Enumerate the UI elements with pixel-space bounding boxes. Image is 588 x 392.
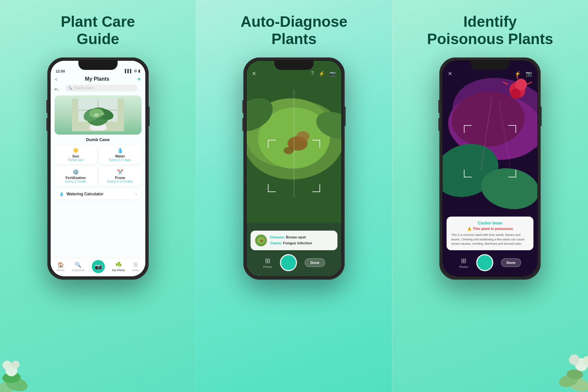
- nav-home-label: Home: [57, 269, 65, 272]
- camera-switch-icon[interactable]: 📷: [330, 71, 336, 77]
- watering-calculator[interactable]: 💧 Watering Calculator ›: [55, 188, 141, 200]
- nav-more[interactable]: ☰ More: [132, 262, 139, 272]
- flash-icon-right[interactable]: ⚡: [514, 71, 521, 77]
- camera-icon-right[interactable]: 📷: [526, 71, 532, 77]
- fert-icon: ⚙️: [58, 169, 94, 175]
- phone-middle: ✕ ? ⚡ 📷: [243, 57, 345, 280]
- shutter-button[interactable]: [280, 254, 297, 271]
- phone-middle-screen: ✕ ? ⚡ 📷: [247, 61, 341, 276]
- home-icon: 🏠: [57, 262, 64, 268]
- flower-decor-right: [549, 342, 588, 392]
- poison-top-bar: ✕ ⚡ 📷: [443, 71, 537, 77]
- volume-button-2: [46, 118, 48, 131]
- side-button: [148, 106, 150, 126]
- plant-svg: [72, 99, 124, 131]
- svg-point-48: [575, 358, 588, 371]
- more-icon: ☰: [133, 262, 138, 268]
- poison-bg-svg: [443, 61, 537, 229]
- status-time: 12:00: [56, 69, 65, 73]
- panel-left-title: Plant Care Guide: [61, 13, 135, 48]
- care-fert-title: Fertilization: [58, 176, 94, 180]
- camera-bottom-bar: ⊞ Photos Done: [247, 254, 341, 271]
- svg-point-50: [583, 356, 588, 365]
- svg-point-23: [297, 131, 310, 141]
- watering-label: Watering Calculator: [67, 192, 104, 196]
- volume-button-m2: [242, 118, 244, 131]
- photos-button-right[interactable]: ⊞ Photos: [459, 257, 468, 269]
- camera-bg: [247, 61, 341, 222]
- svg-point-49: [569, 354, 580, 365]
- photos-icon-right: ⊞: [459, 257, 468, 265]
- care-sun-title: Sun: [58, 154, 94, 158]
- care-prune-title: Prune: [102, 176, 138, 180]
- flash-icon[interactable]: ⚡: [318, 71, 325, 77]
- done-button-right[interactable]: Done: [501, 258, 521, 267]
- diagnose-icon: 🔍: [75, 262, 81, 268]
- notch-right: [470, 61, 510, 70]
- poison-screen: ✕ ⚡ 📷 Castor bean ⚠️ This plant is poiso…: [443, 61, 537, 276]
- done-button[interactable]: Done: [305, 258, 325, 267]
- svg-point-36: [515, 79, 527, 90]
- plant-card-image: [55, 95, 141, 135]
- care-grid: ☀️ Sun Partial sun 💧 Water Every 5-7 day…: [55, 145, 141, 186]
- svg-point-45: [565, 374, 588, 392]
- plants-header-title: My Plants: [85, 76, 109, 82]
- care-prune: ✂️ Prune Every 2-3 months: [99, 166, 141, 186]
- camera-icon: 📷: [95, 263, 102, 270]
- search-placeholder: Search plants: [74, 86, 94, 90]
- nav-diagnose[interactable]: 🔍 Diagnose: [72, 262, 84, 272]
- panel-middle-title: Auto-Diagnose Plants: [240, 13, 347, 48]
- disease-line1: Disease: Brown spot: [270, 235, 312, 240]
- plants-screen: 12:00 ▌▌▌ ⊙ ▮ ‹ My Plants + ≡↓ 🔍: [51, 61, 145, 276]
- camera-button[interactable]: 📷: [92, 260, 105, 273]
- camera-top-bar: ✕ ? ⚡ 📷: [247, 71, 341, 77]
- panel-left: Plant Care Guide 12:00 ▌▌▌ ⊙ ▮ ‹ My Plan…: [0, 0, 196, 392]
- care-water-title: Water: [102, 154, 138, 158]
- care-water: 💧 Water Every 5-7 days: [99, 145, 141, 164]
- nav-home[interactable]: 🏠 Home: [57, 262, 65, 272]
- search-bar[interactable]: 🔍 Search plants: [65, 85, 138, 91]
- panel-right-title: Identify Poisonous Plants: [427, 13, 553, 48]
- nav-camera-btn[interactable]: 📷: [92, 260, 105, 273]
- bottom-nav-left: 🏠 Home 🔍 Diagnose 📷 ☘️ My Plant: [51, 258, 145, 276]
- care-sun: ☀️ Sun Partial sun: [55, 145, 97, 164]
- volume-button-1: [46, 100, 48, 113]
- phone-right: ✕ ⚡ 📷 Castor bean ⚠️ This plant is poiso…: [439, 57, 541, 280]
- photos-icon: ⊞: [263, 257, 272, 265]
- help-icon[interactable]: ?: [311, 71, 314, 77]
- svg-point-24: [284, 147, 294, 154]
- add-plant-button[interactable]: +: [137, 76, 141, 83]
- photos-button[interactable]: ⊞ Photos: [263, 257, 272, 269]
- nav-myplants[interactable]: ☘️ My Plants: [112, 262, 125, 272]
- svg-point-12: [0, 379, 18, 392]
- panel-right: Identify Poisonous Plants: [392, 0, 588, 392]
- plants-header: ‹ My Plants +: [51, 73, 145, 85]
- camera-bottom-right: ⊞ Photos Done: [443, 254, 537, 271]
- svg-point-14: [2, 372, 21, 384]
- watering-chevron: ›: [136, 192, 137, 196]
- svg-point-30: [260, 239, 263, 242]
- svg-point-16: [3, 361, 12, 370]
- myplants-icon: ☘️: [115, 262, 122, 268]
- poison-panel: Castor bean ⚠️ This plant is poisonous T…: [447, 217, 533, 250]
- svg-point-37: [511, 89, 521, 99]
- care-fert: ⚙️ Fertilization Every 1 month: [55, 166, 97, 186]
- sun-icon: ☀️: [58, 147, 94, 154]
- back-button[interactable]: ‹: [55, 76, 57, 83]
- warning-icon: ⚠️: [467, 227, 472, 231]
- disease-text: Disease: Brown spot Cause: Fungus infect…: [270, 235, 312, 246]
- status-icons: ▌▌▌ ⊙ ▮: [125, 69, 140, 73]
- filter-icon[interactable]: ≡↓: [55, 87, 59, 92]
- plant-name: Dumb Cane: [51, 137, 145, 142]
- signal-icon: ▌▌▌: [125, 69, 132, 73]
- poison-warning: ⚠️ This plant is poisonous: [451, 227, 529, 231]
- disease-panel: Disease: Brown spot Cause: Fungus infect…: [251, 231, 337, 250]
- close-icon-middle[interactable]: ✕: [252, 71, 256, 77]
- battery-icon: ▮: [138, 69, 140, 73]
- care-prune-value: Every 2-3 months: [102, 180, 138, 183]
- shutter-button-right[interactable]: [476, 254, 493, 271]
- flower-svg-left: [0, 348, 33, 392]
- disease-label: Disease:: [270, 235, 285, 239]
- svg-point-15: [6, 365, 17, 376]
- close-icon-right[interactable]: ✕: [448, 71, 452, 77]
